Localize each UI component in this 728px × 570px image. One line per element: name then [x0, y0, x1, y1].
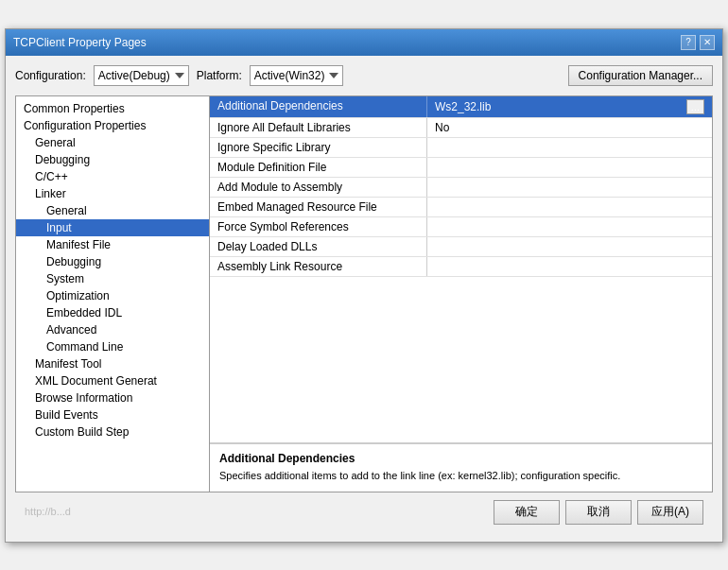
prop-row-add-module[interactable]: Add Module to Assembly [210, 178, 712, 198]
prop-value-add-module [427, 178, 712, 197]
prop-name-embed-managed: Embed Managed Resource File [210, 198, 427, 216]
prop-value-delay-loaded [427, 237, 712, 256]
sidebar-item-advanced[interactable]: Advanced [16, 321, 209, 338]
prop-value-module-def [427, 158, 712, 177]
main-window: TCPClient Property Pages ? ✕ Configurati… [5, 28, 723, 543]
config-manager-button[interactable]: Configuration Manager... [568, 65, 713, 86]
apply-button[interactable]: 应用(A) [637, 500, 703, 525]
config-row: Configuration: Active(Debug) Platform: A… [15, 65, 713, 86]
prop-name-assembly-link: Assembly Link Resource [210, 257, 427, 276]
prop-name-ignore-specific: Ignore Specific Library [210, 138, 427, 157]
window-body: Configuration: Active(Debug) Platform: A… [6, 56, 722, 542]
sidebar-item-command-line[interactable]: Command Line [16, 338, 209, 355]
sidebar-item-debugging[interactable]: Debugging [16, 151, 209, 168]
prop-value-force-symbol [427, 217, 712, 236]
window-title: TCPClient Property Pages [13, 36, 147, 49]
cancel-button[interactable]: 取消 [565, 500, 632, 525]
sidebar-item-cpp[interactable]: C/C++ [16, 168, 209, 185]
sidebar-item-xml-doc[interactable]: XML Document Generat [16, 372, 209, 389]
prop-name-add-module: Add Module to Assembly [210, 178, 427, 197]
platform-select[interactable]: Active(Win32) [250, 65, 343, 86]
prop-value-ignore-specific [427, 138, 712, 157]
platform-label: Platform: [197, 69, 242, 82]
prop-row-assembly-link[interactable]: Assembly Link Resource [210, 257, 712, 277]
prop-value-ignore-all: No [427, 118, 712, 137]
prop-row-embed-managed[interactable]: Embed Managed Resource File [210, 198, 712, 217]
sidebar-item-manifest-tool[interactable]: Manifest Tool [16, 355, 209, 372]
description-panel: Additional Dependencies Specifies additi… [210, 443, 712, 491]
sidebar-item-general[interactable]: General [16, 134, 209, 151]
prop-value-additional-dependencies: Ws2_32.lib ... [427, 96, 712, 117]
sidebar-item-manifest-file[interactable]: Manifest File [16, 236, 209, 253]
prop-name-additional-dependencies: Additional Dependencies [210, 96, 427, 117]
sidebar-item-common-properties[interactable]: Common Properties [16, 100, 209, 117]
sidebar-item-configuration-properties[interactable]: Configuration Properties [16, 117, 209, 134]
sidebar-item-system[interactable]: System [16, 270, 209, 287]
prop-row-delay-loaded[interactable]: Delay Loaded DLLs [210, 237, 712, 257]
prop-name-ignore-all: Ignore All Default Libraries [210, 118, 427, 137]
sidebar-item-optimization[interactable]: Optimization [16, 287, 209, 304]
sidebar-item-linker-general[interactable]: General [16, 202, 209, 219]
main-content: Common Properties Configuration Properti… [15, 95, 713, 492]
prop-ellipsis-button[interactable]: ... [686, 99, 704, 114]
prop-name-force-symbol: Force Symbol References [210, 217, 427, 236]
sidebar-item-linker-debugging[interactable]: Debugging [16, 253, 209, 270]
properties-table: Additional Dependencies Ws2_32.lib ... I… [210, 96, 712, 444]
prop-value-embed-managed [427, 198, 712, 216]
prop-row-ignore-all[interactable]: Ignore All Default Libraries No [210, 118, 712, 138]
title-bar: TCPClient Property Pages ? ✕ [6, 29, 722, 56]
watermark: http://b...d [25, 504, 488, 521]
prop-value-text: Ws2_32.lib [435, 100, 491, 113]
bottom-bar: http://b...d 确定 取消 应用(A) [15, 492, 713, 532]
prop-value-assembly-link [427, 257, 712, 276]
prop-row-ignore-specific[interactable]: Ignore Specific Library [210, 138, 712, 158]
close-button[interactable]: ✕ [700, 35, 715, 50]
sidebar-item-embedded-idl[interactable]: Embedded IDL [16, 304, 209, 321]
prop-row-force-symbol[interactable]: Force Symbol References [210, 217, 712, 237]
right-panel: Additional Dependencies Ws2_32.lib ... I… [210, 96, 712, 492]
prop-row-module-def[interactable]: Module Definition File [210, 158, 712, 178]
help-button[interactable]: ? [681, 35, 696, 50]
sidebar: Common Properties Configuration Properti… [16, 96, 210, 492]
sidebar-item-custom-build[interactable]: Custom Build Step [16, 423, 209, 440]
sidebar-item-linker-input[interactable]: Input [16, 219, 209, 236]
description-text: Specifies additional items to add to the… [219, 469, 702, 483]
sidebar-item-build-events[interactable]: Build Events [16, 406, 209, 423]
description-title: Additional Dependencies [219, 452, 702, 465]
sidebar-item-browse-info[interactable]: Browse Information [16, 389, 209, 406]
prop-name-module-def: Module Definition File [210, 158, 427, 177]
configuration-select[interactable]: Active(Debug) [94, 65, 189, 86]
sidebar-item-linker[interactable]: Linker [16, 185, 209, 202]
config-label: Configuration: [15, 69, 86, 82]
prop-name-delay-loaded: Delay Loaded DLLs [210, 237, 427, 256]
prop-row-additional-dependencies[interactable]: Additional Dependencies Ws2_32.lib ... [210, 96, 712, 118]
ok-button[interactable]: 确定 [494, 500, 560, 525]
title-controls: ? ✕ [681, 35, 715, 50]
